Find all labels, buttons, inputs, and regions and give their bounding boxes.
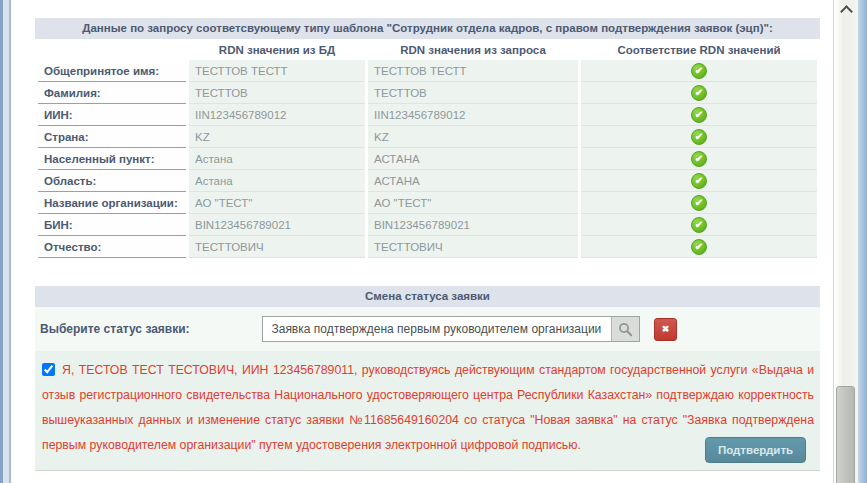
agreement-text: Я, ТЕСТОВ ТЕСТ ТЕСТОВИЧ, ИИН 12345678901… — [42, 363, 814, 452]
row-label: Фамилия: — [38, 82, 186, 104]
green-check-icon: ✔ — [691, 195, 707, 211]
row-label: Населенный пункт: — [38, 148, 186, 170]
row-match-cell: ✔ — [581, 60, 817, 82]
green-check-icon: ✔ — [691, 63, 707, 79]
green-check-icon: ✔ — [691, 173, 707, 189]
row-match-cell: ✔ — [581, 214, 817, 236]
row-label: ИИН: — [38, 104, 186, 126]
row-db-value: ТЕСТТОВ — [189, 82, 365, 104]
row-label: Отчество: — [38, 236, 186, 258]
window-border-right — [858, 0, 867, 483]
rdn-header-db: RDN значения из БД — [189, 39, 365, 60]
row-label: Страна: — [38, 126, 186, 148]
row-label: Область: — [38, 170, 186, 192]
rdn-table-header-row: RDN значения из БД RDN значения из запро… — [38, 39, 817, 60]
row-db-value: ТЕСТТОВИЧ — [189, 236, 365, 258]
row-request-value: АСТАНА — [368, 170, 578, 192]
row-db-value: ТЕСТТОВ ТЕСТТ — [189, 60, 365, 82]
row-request-value: ТЕСТТОВ ТЕСТТ — [368, 60, 578, 82]
green-check-icon: ✔ — [691, 85, 707, 101]
status-section-title: Смена статуса заявки — [35, 286, 820, 307]
row-request-value: IIN123456789012 — [368, 104, 578, 126]
row-db-value: Астана — [189, 170, 365, 192]
green-check-icon: ✔ — [691, 129, 707, 145]
row-request-value: ТЕСТТОВИЧ — [368, 236, 578, 258]
row-request-value: BIN123456789021 — [368, 214, 578, 236]
status-input-group — [262, 316, 640, 342]
scrollbar-thumb[interactable] — [836, 386, 855, 483]
table-row: Название организации: АО "ТЕСТ" АО "ТЕСТ… — [38, 192, 817, 214]
status-select-label: Выберите статус заявки: — [40, 316, 258, 342]
row-match-cell: ✔ — [581, 126, 817, 148]
agreement-paragraph: Я, ТЕСТОВ ТЕСТ ТЕСТОВИЧ, ИИН 12345678901… — [42, 358, 814, 458]
row-db-value: KZ — [189, 126, 365, 148]
table-row: ИИН: IIN123456789012 IIN123456789012 ✔ — [38, 104, 817, 126]
row-match-cell: ✔ — [581, 236, 817, 258]
row-match-cell: ✔ — [581, 148, 817, 170]
row-request-value: KZ — [368, 126, 578, 148]
table-row: Страна: KZ KZ ✔ — [38, 126, 817, 148]
row-request-value: АО "ТЕСТ" — [368, 192, 578, 214]
table-row: БИН: BIN123456789021 BIN123456789021 ✔ — [38, 214, 817, 236]
table-row: Общепринятое имя: ТЕСТТОВ ТЕСТТ ТЕСТТОВ … — [38, 60, 817, 82]
row-match-cell: ✔ — [581, 104, 817, 126]
row-db-value: BIN123456789021 — [189, 214, 365, 236]
rdn-section-title: Данные по запросу соответсвующему типу ш… — [35, 18, 820, 39]
row-match-cell: ✔ — [581, 82, 817, 104]
table-row: Отчество: ТЕСТТОВИЧ ТЕСТТОВИЧ ✔ — [38, 236, 817, 258]
row-db-value: АО "ТЕСТ" — [189, 192, 365, 214]
table-row: Область: Астана АСТАНА ✔ — [38, 170, 817, 192]
rdn-table-body: Общепринятое имя: ТЕСТТОВ ТЕСТТ ТЕСТТОВ … — [38, 60, 817, 258]
table-row: Фамилия: ТЕСТТОВ ТЕСТТОВ ✔ — [38, 82, 817, 104]
green-check-icon: ✔ — [691, 107, 707, 123]
agreement-checkbox[interactable] — [42, 363, 55, 376]
vertical-scrollbar[interactable] — [833, 0, 858, 483]
green-check-icon: ✔ — [691, 217, 707, 233]
close-icon: ✖ — [662, 324, 670, 334]
row-match-cell: ✔ — [581, 170, 817, 192]
table-row: Населенный пункт: Астана АСТАНА ✔ — [38, 148, 817, 170]
chevron-up-icon — [840, 5, 853, 18]
search-button[interactable] — [611, 317, 639, 341]
rdn-header-request: RDN значения из запроса — [368, 39, 578, 60]
row-label: БИН: — [38, 214, 186, 236]
window-border-left — [0, 0, 12, 483]
row-request-value: АСТАНА — [368, 148, 578, 170]
row-match-cell: ✔ — [581, 192, 817, 214]
search-icon — [618, 322, 633, 337]
rdn-header-match: Соответствие RDN значений — [581, 39, 817, 60]
main-content: Данные по запросу соответсвующему типу ш… — [35, 18, 820, 471]
confirm-button[interactable]: Подтвердить — [705, 437, 806, 463]
row-request-value: ТЕСТТОВ — [368, 82, 578, 104]
green-check-icon: ✔ — [691, 151, 707, 167]
agreement-section: Я, ТЕСТОВ ТЕСТ ТЕСТОВИЧ, ИИН 12345678901… — [35, 351, 820, 471]
row-db-value: IIN123456789012 — [189, 104, 365, 126]
row-label: Общепринятое имя: — [38, 60, 186, 82]
clear-status-button[interactable]: ✖ — [654, 318, 677, 341]
scroll-up-button[interactable] — [834, 2, 858, 18]
rdn-table: RDN значения из БД RDN значения из запро… — [35, 39, 820, 258]
row-label: Название организации: — [38, 192, 186, 214]
status-form-row: Выберите статус заявки: ✖ — [35, 307, 820, 351]
green-check-icon: ✔ — [691, 239, 707, 255]
row-db-value: Астана — [189, 148, 365, 170]
rdn-header-empty — [38, 39, 186, 60]
status-input[interactable] — [263, 317, 611, 341]
